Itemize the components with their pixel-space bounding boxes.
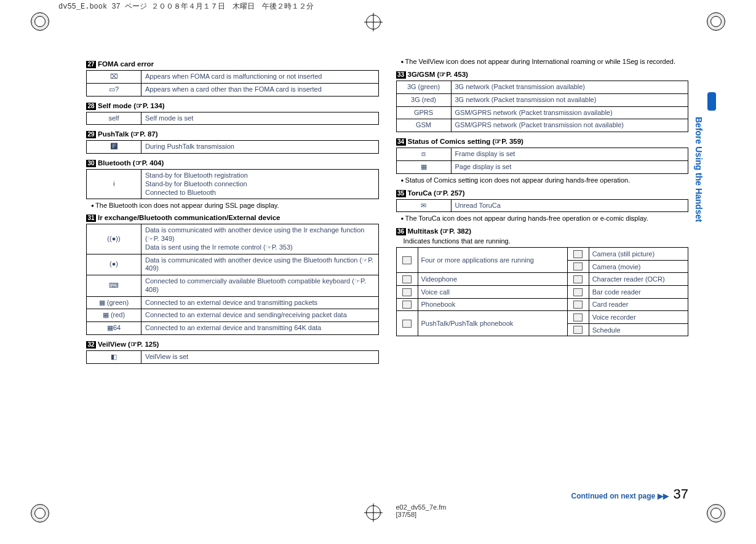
frame-display-icon: ⧈ — [396, 148, 451, 161]
section-num: 31 — [86, 215, 96, 222]
table-cell: Stand-by for Bluetooth registration Stan… — [141, 170, 379, 199]
card-reader-icon — [567, 298, 589, 311]
wrong-card-icon: ▭? — [87, 83, 141, 96]
section-30-table: ᚼStand-by for Bluetooth registration Sta… — [86, 169, 379, 199]
section-31-table: ((●))Data is communicated with another d… — [86, 224, 379, 335]
gprs-icon: GPRS — [396, 106, 451, 119]
section-29-head: 29PushTalk (☞P. 87) — [86, 130, 379, 138]
section-title: ToruCa (☞P. 257) — [408, 189, 465, 197]
toruca-icon: ✉ — [396, 199, 451, 212]
section-title: Bluetooth (☞P. 404) — [98, 159, 164, 167]
page-number: 37 — [674, 486, 688, 502]
camera-still-icon — [567, 248, 589, 261]
gsm-icon: GSM — [396, 119, 451, 132]
veilview-icon: ◧ — [87, 350, 141, 363]
pushtalk-pb-icon — [396, 311, 418, 336]
table-cell: Frame display is set — [451, 148, 688, 161]
bt-keyboard-icon: ⌨ — [87, 275, 141, 297]
side-tab-label: Before Using the Handset — [694, 117, 704, 289]
section-title: FOMA card error — [98, 60, 154, 68]
bt-data-icon: (●) — [87, 254, 141, 275]
table-cell: Videophone — [418, 273, 567, 286]
section-title: Self mode (☞P. 134) — [98, 102, 165, 109]
section-num: 29 — [86, 131, 96, 138]
print-mark-icon — [31, 504, 49, 522]
table-cell: Voice recorder — [589, 311, 688, 324]
register-mark-icon — [366, 15, 381, 30]
schedule-icon — [567, 323, 589, 336]
table-cell: PushTalk/PushTalk phonebook — [418, 311, 567, 336]
table-cell: GSM/GPRS network (Packet transmission av… — [451, 106, 688, 119]
table-cell: VeilView is set — [141, 350, 379, 363]
threeg-red-icon: 3G (red) — [396, 93, 451, 106]
print-mark-icon — [707, 504, 725, 522]
section-num: 33 — [396, 71, 406, 79]
bluetooth-icon: ᚼ — [87, 170, 141, 199]
veilview-note: The VeilView icon does not appear during… — [401, 58, 689, 65]
section-title: Status of Comics setting (☞P. 359) — [408, 138, 523, 145]
section-33-head: 333G/GSM (☞P. 453) — [396, 70, 689, 79]
videophone-icon — [396, 273, 418, 286]
table-cell: Card reader — [589, 298, 688, 311]
table-cell: Schedule — [589, 323, 688, 336]
table-cell: Unread ToruCa — [451, 199, 688, 212]
section-35-table: ✉Unread ToruCa — [396, 199, 689, 213]
section-num: 32 — [86, 341, 96, 349]
section-35-note: The ToruCa icon does not appear during h… — [401, 215, 689, 222]
footer-file-info: e02_dv55_7e.fm [37/58] — [396, 503, 447, 518]
section-title: VeilView (☞P. 125) — [98, 341, 159, 348]
table-cell: Connected to an external device and tran… — [141, 322, 379, 335]
section-30-note: The Bluetooth icon does not appear durin… — [91, 202, 379, 209]
left-column: 27FOMA card error ⌧Appears when FOMA car… — [86, 55, 379, 501]
footer-fm-line1: e02_dv55_7e.fm — [396, 503, 447, 511]
self-mode-icon: self — [87, 112, 141, 125]
section-36-sub: Indicates functions that are running. — [404, 237, 689, 245]
table-cell: Self mode is set — [141, 112, 379, 125]
print-mark-icon — [31, 12, 49, 31]
section-31-head: 31Ir exchange/Bluetooth communication/Ex… — [86, 214, 379, 222]
phonebook-icon — [396, 298, 418, 311]
section-30-head: 30Bluetooth (☞P. 404) — [86, 159, 379, 167]
table-cell: 3G network (Packet transmission availabl… — [451, 81, 688, 94]
footer-fm-line2: [37/58] — [396, 511, 447, 518]
barcode-icon — [567, 286, 589, 299]
section-34-table: ⧈Frame display is set ▦Page display is s… — [396, 148, 689, 174]
register-mark-icon — [366, 505, 381, 520]
side-tab-marker — [707, 92, 716, 111]
continued-label: Continued on next page ▶▶ — [571, 492, 669, 500]
voice-recorder-icon — [567, 311, 589, 324]
ext-green-icon: ▦ (green) — [87, 296, 141, 309]
camera-movie-icon — [567, 260, 589, 273]
table-cell: Page display is set — [451, 160, 688, 173]
ext-64k-icon: ▦64 — [87, 322, 141, 335]
section-27-head: 27FOMA card error — [86, 60, 379, 68]
section-32-head: 32VeilView (☞P. 125) — [86, 340, 379, 349]
table-cell: Connected to an external device and send… — [141, 309, 379, 322]
section-35-head: 35ToruCa (☞P. 257) — [396, 189, 689, 197]
table-cell: Voice call — [418, 286, 567, 299]
table-cell: 3G network (Packet transmission not avai… — [451, 93, 688, 106]
section-28-head: 28Self mode (☞P. 134) — [86, 101, 379, 110]
print-mark-icon — [707, 12, 725, 31]
table-cell: Connected to commercially available Blue… — [141, 275, 379, 297]
section-num: 35 — [396, 190, 406, 197]
section-27-table: ⌧Appears when FOMA card is malfunctionin… — [86, 70, 379, 97]
table-cell: Character reader (OCR) — [589, 273, 688, 286]
table-cell: Four or more applications are running — [418, 248, 567, 273]
section-num: 36 — [396, 228, 406, 235]
section-34-head: 34Status of Comics setting (☞P. 359) — [396, 137, 689, 146]
page-footer-right: Continued on next page ▶▶ 37 — [571, 486, 688, 502]
section-34-note: Status of Comics setting icon does not a… — [401, 176, 689, 184]
table-cell: Connected to an external device and tran… — [141, 296, 379, 309]
ocr-icon — [567, 273, 589, 286]
multi-apps-icon — [396, 248, 418, 273]
ir-exchange-icon: ((●)) — [87, 224, 141, 254]
table-cell: GSM/GPRS network (Packet transmission no… — [451, 119, 688, 132]
section-num: 27 — [86, 61, 96, 68]
card-error-icon: ⌧ — [87, 71, 141, 84]
section-29-table: 🅿During PushTalk transmission — [86, 140, 379, 154]
pushtalk-icon: 🅿 — [87, 141, 141, 154]
section-32-table: ◧VeilView is set — [86, 350, 379, 364]
page-content: 27FOMA card error ⌧Appears when FOMA car… — [86, 55, 688, 501]
section-36-head: 36Multitask (☞P. 382) — [396, 227, 689, 235]
